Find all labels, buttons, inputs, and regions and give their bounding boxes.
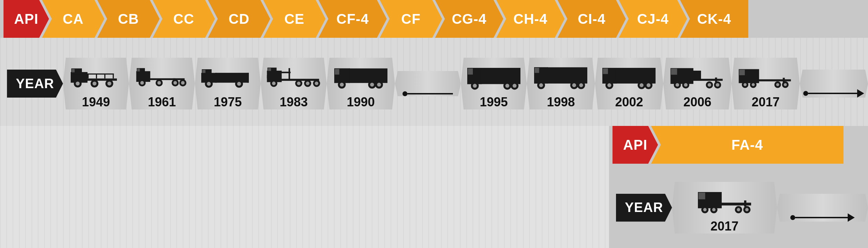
svg-point-115	[776, 83, 779, 86]
timeline-segment-1998: 1998	[527, 58, 595, 109]
svg-rect-56	[349, 69, 350, 83]
truck-icon-1995	[466, 61, 522, 92]
svg-rect-33	[247, 73, 249, 83]
svg-rect-97	[715, 78, 717, 82]
svg-rect-2	[72, 69, 75, 72]
year-2017-top: 2017	[751, 95, 779, 109]
svg-rect-119	[699, 192, 705, 199]
banner-item-cc: CC	[153, 0, 215, 38]
truck-icon-1975	[200, 61, 256, 92]
svg-point-117	[784, 83, 787, 86]
year-1975: 1975	[214, 95, 242, 109]
truck-icon-1949	[68, 61, 124, 92]
truck-icon-1998	[533, 61, 589, 92]
svg-point-123	[703, 208, 707, 211]
svg-point-14	[107, 82, 111, 85]
svg-point-62	[377, 83, 381, 86]
svg-point-78	[539, 83, 543, 87]
bottom-right-panel: API FA-4 YEAR	[609, 126, 868, 248]
year-1961: 1961	[148, 95, 176, 109]
banner-item-cb: CB	[97, 0, 160, 38]
svg-point-105	[716, 83, 720, 87]
svg-point-60	[370, 83, 374, 86]
svg-point-127	[737, 208, 740, 211]
year-2006: 2006	[683, 95, 711, 109]
svg-rect-121	[744, 200, 746, 207]
banner-item-cd: CD	[208, 0, 270, 38]
timeline-segment-2002: 2002	[595, 58, 663, 109]
svg-point-37	[237, 82, 241, 86]
svg-point-72	[512, 84, 516, 88]
bottom-timeline-arrow	[777, 194, 868, 222]
year-2017-bottom: 2017	[710, 219, 738, 234]
svg-point-99	[676, 83, 679, 87]
svg-point-70	[505, 84, 509, 88]
bottom-section: API FA-4 YEAR	[0, 126, 868, 248]
svg-point-50	[306, 82, 309, 85]
truck-icon-2017-bottom	[696, 185, 752, 216]
svg-rect-96	[692, 71, 701, 80]
bottom-left-stripes	[0, 126, 609, 248]
svg-point-25	[174, 81, 177, 85]
year-2002: 2002	[615, 95, 643, 109]
bottom-banner-fa4: FA-4	[651, 126, 844, 164]
banner-item-ci4: CI-4	[558, 0, 626, 38]
banner-item-cg4: CG-4	[435, 0, 503, 38]
banner-item-cf4: CF-4	[318, 0, 387, 38]
truck-icon-2017-top	[737, 61, 793, 92]
timeline-segment-1961: 1961	[129, 58, 195, 109]
bottom-timeline-row: YEAR	[609, 164, 868, 248]
svg-rect-17	[138, 69, 140, 71]
svg-rect-30	[202, 70, 205, 73]
svg-point-129	[745, 208, 749, 211]
svg-point-68	[473, 84, 477, 88]
svg-rect-41	[267, 75, 270, 78]
year-1983: 1983	[280, 95, 308, 109]
svg-rect-40	[268, 68, 271, 71]
svg-point-52	[315, 82, 318, 85]
top-section: API CA CB CC CD CE CF-4	[0, 0, 868, 126]
main-container: API CA CB CC CD CE CF-4	[0, 0, 868, 248]
svg-point-113	[752, 83, 755, 86]
banner-item-ca: CA	[42, 0, 104, 38]
svg-rect-85	[603, 69, 608, 74]
year-1949: 1949	[82, 95, 110, 109]
banner-item-api: API	[4, 0, 49, 38]
timeline-segment-1995: 1995	[461, 58, 527, 109]
bottom-banner-api: API	[612, 126, 658, 164]
svg-rect-66	[481, 68, 482, 84]
svg-point-46	[272, 82, 275, 85]
timeline-segment-2017-top: 2017	[732, 58, 800, 109]
svg-point-27	[181, 81, 185, 85]
svg-point-90	[640, 83, 644, 87]
timeline-segment-cfline	[395, 71, 461, 96]
svg-point-10	[76, 82, 80, 85]
year-1998: 1998	[547, 95, 575, 109]
svg-rect-86	[616, 68, 617, 84]
bottom-banner-row: API FA-4	[609, 126, 868, 164]
svg-point-88	[608, 83, 611, 87]
timeline-segment-1983: 1983	[261, 58, 327, 109]
svg-point-58	[340, 83, 344, 86]
svg-point-21	[140, 81, 144, 85]
bottom-timeline-segment-2017: 2017	[672, 182, 777, 234]
bottom-year-label: YEAR	[616, 194, 672, 222]
timeline-segment-1949: 1949	[63, 58, 129, 109]
truck-icon-1990	[333, 61, 389, 92]
timeline-segment-1990: 1990	[327, 58, 395, 109]
svg-point-101	[684, 83, 688, 87]
banner-item-ce: CE	[263, 0, 326, 38]
timeline-row: YEAR	[0, 38, 868, 126]
svg-rect-55	[335, 69, 339, 75]
svg-point-12	[93, 82, 97, 85]
timeline-segment-arrow-right	[800, 70, 868, 98]
svg-rect-75	[535, 68, 539, 73]
svg-rect-44	[289, 68, 290, 80]
svg-point-80	[572, 83, 576, 87]
svg-rect-3	[86, 78, 117, 80]
banner-row: API CA CB CC CD CE CF-4	[0, 0, 868, 38]
year-1995: 1995	[480, 95, 508, 109]
svg-rect-65	[468, 69, 472, 75]
svg-point-82	[579, 83, 583, 87]
truck-icon-1983	[266, 61, 322, 92]
